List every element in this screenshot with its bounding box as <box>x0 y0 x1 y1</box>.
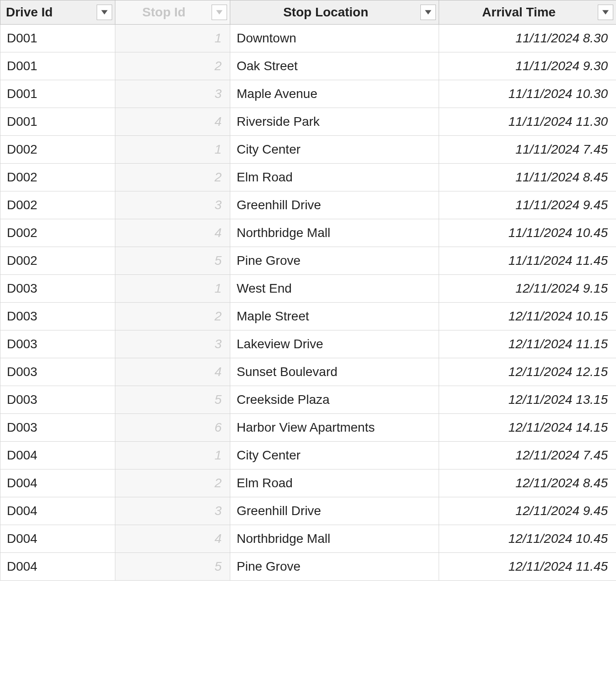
table-row[interactable]: D0044Northbridge Mall12/11/2024 10.45 <box>0 525 616 553</box>
cell-drive-id: D003 <box>0 275 115 303</box>
table-row[interactable]: D0025Pine Grove11/11/2024 11.45 <box>0 247 616 275</box>
cell-drive-id: D004 <box>0 497 115 525</box>
cell-stop-id: 4 <box>115 525 230 553</box>
cell-arrival-time: 12/11/2024 13.15 <box>439 386 616 414</box>
header-row: Drive Id Stop Id Stop Location <box>0 0 616 25</box>
table-row[interactable]: D0033Lakeview Drive12/11/2024 11.15 <box>0 330 616 358</box>
cell-arrival-time: 11/11/2024 9.30 <box>439 52 616 80</box>
cell-arrival-time: 12/11/2024 11.45 <box>439 553 616 581</box>
cell-drive-id: D002 <box>0 191 115 219</box>
cell-stop-id: 5 <box>115 386 230 414</box>
table-row[interactable]: D0041City Center12/11/2024 7.45 <box>0 442 616 469</box>
table-row[interactable]: D0032Maple Street12/11/2024 10.15 <box>0 303 616 330</box>
table-row[interactable]: D0023Greenhill Drive11/11/2024 9.45 <box>0 191 616 219</box>
cell-stop-id: 1 <box>115 442 230 469</box>
cell-stop-location: Creekside Plaza <box>230 386 439 414</box>
cell-drive-id: D002 <box>0 136 115 164</box>
table-row[interactable]: D0022Elm Road11/11/2024 8.45 <box>0 164 616 191</box>
cell-drive-id: D003 <box>0 414 115 442</box>
cell-stop-location: Pine Grove <box>230 553 439 581</box>
cell-arrival-time: 12/11/2024 9.45 <box>439 497 616 525</box>
chevron-down-icon <box>101 10 108 15</box>
cell-drive-id: D002 <box>0 164 115 191</box>
cell-arrival-time: 11/11/2024 10.45 <box>439 219 616 247</box>
cell-drive-id: D003 <box>0 330 115 358</box>
table-row[interactable]: D0045Pine Grove12/11/2024 11.45 <box>0 553 616 581</box>
cell-drive-id: D004 <box>0 553 115 581</box>
table-row[interactable]: D0034Sunset Boulevard12/11/2024 12.15 <box>0 358 616 386</box>
cell-stop-location: Sunset Boulevard <box>230 358 439 386</box>
cell-drive-id: D004 <box>0 525 115 553</box>
cell-stop-id: 2 <box>115 164 230 191</box>
cell-arrival-time: 11/11/2024 11.30 <box>439 108 616 136</box>
filter-button-arrival-time[interactable] <box>598 5 613 20</box>
table-row[interactable]: D0013Maple Avenue11/11/2024 10.30 <box>0 80 616 108</box>
cell-stop-location: Greenhill Drive <box>230 497 439 525</box>
header-stop-location[interactable]: Stop Location <box>230 0 439 25</box>
header-arrival-time[interactable]: Arrival Time <box>439 0 616 25</box>
header-label-arrival-time: Arrival Time <box>445 5 611 20</box>
cell-drive-id: D003 <box>0 358 115 386</box>
cell-drive-id: D003 <box>0 303 115 330</box>
header-stop-id[interactable]: Stop Id <box>115 0 230 25</box>
cell-stop-location: Elm Road <box>230 469 439 497</box>
cell-stop-location: Riverside Park <box>230 108 439 136</box>
cell-arrival-time: 11/11/2024 8.30 <box>439 25 616 52</box>
header-drive-id[interactable]: Drive Id <box>0 0 115 25</box>
svg-marker-3 <box>602 10 609 14</box>
cell-stop-id: 3 <box>115 330 230 358</box>
table-row[interactable]: D0042Elm Road12/11/2024 8.45 <box>0 469 616 497</box>
cell-stop-id: 3 <box>115 497 230 525</box>
cell-arrival-time: 12/11/2024 10.15 <box>439 303 616 330</box>
table-row[interactable]: D0031West End12/11/2024 9.15 <box>0 275 616 303</box>
table-row[interactable]: D0012Oak Street11/11/2024 9.30 <box>0 52 616 80</box>
cell-drive-id: D002 <box>0 247 115 275</box>
cell-arrival-time: 12/11/2024 12.15 <box>439 358 616 386</box>
table-body: D0011Downtown11/11/2024 8.30D0012Oak Str… <box>0 25 616 581</box>
cell-stop-id: 1 <box>115 25 230 52</box>
cell-stop-location: City Center <box>230 442 439 469</box>
cell-drive-id: D004 <box>0 442 115 469</box>
cell-stop-id: 5 <box>115 553 230 581</box>
cell-stop-location: Maple Avenue <box>230 80 439 108</box>
cell-stop-id: 1 <box>115 275 230 303</box>
table-row[interactable]: D0014Riverside Park11/11/2024 11.30 <box>0 108 616 136</box>
cell-stop-location: City Center <box>230 136 439 164</box>
cell-arrival-time: 11/11/2024 11.45 <box>439 247 616 275</box>
header-label-stop-id: Stop Id <box>121 5 224 20</box>
cell-stop-id: 6 <box>115 414 230 442</box>
cell-stop-location: Elm Road <box>230 164 439 191</box>
cell-drive-id: D001 <box>0 52 115 80</box>
table-row[interactable]: D0011Downtown11/11/2024 8.30 <box>0 25 616 52</box>
cell-stop-location: Lakeview Drive <box>230 330 439 358</box>
cell-stop-id: 2 <box>115 303 230 330</box>
cell-arrival-time: 12/11/2024 10.45 <box>439 525 616 553</box>
header-label-stop-location: Stop Location <box>236 5 433 20</box>
table-row[interactable]: D0021City Center11/11/2024 7.45 <box>0 136 616 164</box>
table-row[interactable]: D0043Greenhill Drive12/11/2024 9.45 <box>0 497 616 525</box>
cell-stop-location: Greenhill Drive <box>230 191 439 219</box>
cell-drive-id: D001 <box>0 80 115 108</box>
chevron-down-icon <box>425 10 431 15</box>
table-row[interactable]: D0036Harbor View Apartments12/11/2024 14… <box>0 414 616 442</box>
cell-arrival-time: 12/11/2024 7.45 <box>439 442 616 469</box>
cell-stop-location: Northbridge Mall <box>230 219 439 247</box>
filter-button-drive-id[interactable] <box>97 5 112 20</box>
table-row[interactable]: D0035Creekside Plaza12/11/2024 13.15 <box>0 386 616 414</box>
cell-stop-location: Oak Street <box>230 52 439 80</box>
cell-stop-id: 4 <box>115 358 230 386</box>
cell-stop-location: West End <box>230 275 439 303</box>
chevron-down-icon <box>216 10 223 15</box>
svg-marker-1 <box>216 10 223 14</box>
data-table: Drive Id Stop Id Stop Location <box>0 0 616 581</box>
data-table-container: Drive Id Stop Id Stop Location <box>0 0 616 581</box>
filter-button-stop-id[interactable] <box>212 5 227 20</box>
cell-arrival-time: 12/11/2024 9.15 <box>439 275 616 303</box>
svg-marker-0 <box>101 10 108 14</box>
cell-stop-id: 3 <box>115 80 230 108</box>
cell-stop-location: Northbridge Mall <box>230 525 439 553</box>
cell-arrival-time: 11/11/2024 9.45 <box>439 191 616 219</box>
table-row[interactable]: D0024Northbridge Mall11/11/2024 10.45 <box>0 219 616 247</box>
cell-arrival-time: 12/11/2024 11.15 <box>439 330 616 358</box>
filter-button-stop-location[interactable] <box>420 5 436 20</box>
